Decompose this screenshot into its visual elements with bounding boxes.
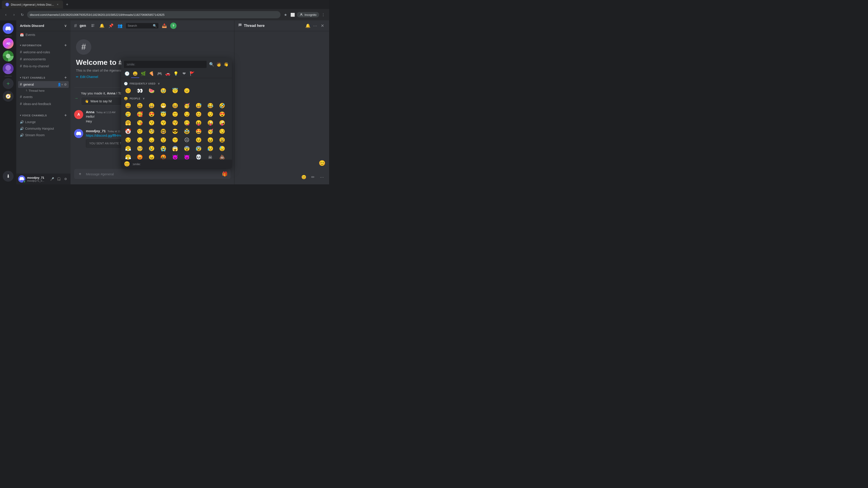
emoji-cell[interactable]: 🤬 [159,153,167,160]
user-settings-button[interactable]: ⚙ [62,176,69,182]
emoji-cell[interactable]: ☹ [183,136,191,144]
food-tab[interactable]: 🍕 [147,70,156,78]
emoji-cell[interactable]: 😇 [171,87,179,95]
browser-menu-button[interactable]: ⋮ [320,11,327,18]
deafen-button[interactable]: 🎧 [56,176,62,182]
emoji-cell[interactable]: 😨 [183,144,191,153]
server-icon-avatar-2[interactable] [3,63,13,74]
text-channels-section-header[interactable]: ▾ TEXT CHANNELS + [18,74,69,81]
events-item[interactable]: 📅 Events [16,31,70,38]
emoji-cell[interactable]: 🧐 [147,127,156,135]
emoji-cell[interactable]: 😰 [194,144,203,153]
emoji-cell[interactable]: 😩 [218,136,226,144]
emoji-cell[interactable]: 😗 [147,119,156,127]
emoji-cell[interactable]: 😇 [159,110,167,119]
inbox-button[interactable]: 📥 [161,23,167,29]
emoji-cell[interactable]: 😊 [194,110,203,119]
emoji-cell[interactable]: 💩 [218,153,226,160]
thread-close-button[interactable]: ✕ [319,23,326,29]
information-section-header[interactable]: ▾ INFORMATION + [18,42,69,48]
anna-avatar[interactable]: A [74,110,83,119]
emoji-cell[interactable]: 😄 [147,102,156,110]
emoji-cell[interactable]: 😝 [194,119,203,127]
emoji-cell[interactable]: 😆 [171,102,179,110]
channel-announcements[interactable]: # announcements [18,56,69,63]
emoji-cell[interactable]: 🥹 [159,87,167,95]
server-icon-avatar-1[interactable] [3,51,13,61]
emoji-cell[interactable]: 😢 [147,144,156,153]
emoji-cell[interactable]: 👀 [135,87,144,95]
emoji-cell[interactable]: 🤡 [124,127,132,135]
information-add-button[interactable]: + [64,43,67,48]
emoji-cell[interactable]: 🤗 [124,119,132,127]
emoji-cell[interactable]: 🤪 [218,119,226,127]
emoji-cell[interactable]: 😏 [218,127,226,135]
emoji-cell[interactable]: 😓 [218,144,226,153]
people-tab[interactable]: 😀 [131,70,139,78]
emoji-cell[interactable]: 😭 [159,144,167,153]
emoji-cell[interactable]: 🥲 [124,110,132,119]
pinned-messages-button[interactable]: 📌 [108,23,114,29]
nature-tab[interactable]: 🌿 [139,70,147,78]
emoji-cell[interactable]: 😖 [206,136,214,144]
emoji-cell[interactable]: 🤨 [135,127,144,135]
emoji-cell[interactable]: 😤 [124,153,132,160]
emoji-cell[interactable]: 🥳 [206,127,214,135]
add-member-icon[interactable]: 👤+ [57,83,63,86]
discord-home-button[interactable] [3,23,13,34]
incognito-button[interactable]: Incognito [297,12,319,18]
emoji-cell[interactable]: 😑 [183,87,191,95]
thread-more-options-button[interactable]: ⋯ [318,173,326,181]
emoji-cell[interactable]: 😎 [171,127,179,135]
emoji-cell[interactable]: 🤣 [218,102,226,110]
emoji-cell[interactable]: 😀 [124,102,132,110]
server-icon-artists[interactable]: AD [3,38,13,49]
emoji-cell[interactable]: 💀 [194,153,203,160]
emoji-cell[interactable]: 😚 [171,119,179,127]
channel-lounge[interactable]: 🔊 Lounge [18,119,69,125]
address-bar[interactable]: discord.com/channels/1182362010067935253… [27,11,281,18]
flags-tab[interactable]: 🚩 [188,70,196,78]
emoji-cell[interactable]: 😡 [135,153,144,160]
emoji-cell[interactable]: 😍 [218,110,226,119]
emoji-search-input[interactable] [124,61,207,68]
attach-button[interactable]: + [76,170,84,178]
channel-this-is-my-channel[interactable]: # this-is-my-channel [18,63,69,70]
frequently-used-chevron[interactable]: ∨ [158,82,160,85]
notifications-button[interactable]: 🔔 [99,23,105,29]
moodjoy-author[interactable]: moodjoy_71 [86,129,106,133]
server-header[interactable]: Artists Discord ∨ [16,20,70,31]
emoji-cell[interactable]: 😜 [206,119,214,127]
emoji-cell[interactable]: 😘 [135,119,144,127]
channel-welcome-and-rules[interactable]: # welcome-and-rules [18,49,69,56]
symbols-tab[interactable]: ❤ [180,70,188,78]
recently-used-tab[interactable]: 🕐 [123,70,131,78]
anna-author[interactable]: Anna [86,110,94,114]
emoji-cell[interactable]: 😅 [194,102,203,110]
emoji-cell[interactable]: 🥺 [135,144,144,153]
wave-emoji-header[interactable]: 👋 [223,61,229,68]
emoji-cell[interactable]: 😊 [124,87,132,95]
emoji-cell[interactable]: 🤩 [194,127,203,135]
user-avatar[interactable] [18,175,25,183]
edit-channel-button[interactable]: ✏ Edit Channel [76,75,98,78]
emoji-cell[interactable]: 🥰 [135,110,144,119]
thread-bell-button[interactable]: 🔔 [305,23,311,29]
activities-tab[interactable]: 🎮 [156,70,164,78]
people-chevron[interactable]: ∨ [143,97,145,100]
active-tab[interactable]: D Discord | #general | Artists Disc... × [2,0,63,8]
emoji-cell[interactable]: 😞 [147,136,156,144]
emoji-search-button[interactable]: 🔍 [209,61,215,68]
emoji-cell[interactable]: 😏 [183,110,191,119]
emoji-cell[interactable]: 🥸 [183,127,191,135]
threads-icon-button[interactable] [90,23,96,29]
explore-servers-button[interactable]: 🧭 [3,91,13,102]
bookmark-button[interactable]: ★ [282,11,289,18]
channel-stream-room[interactable]: 🔊 Stream Room [18,132,69,138]
emoji-cell[interactable]: 😂 [206,102,214,110]
emoji-cell[interactable]: 👿 [183,153,191,160]
travel-tab[interactable]: 🚗 [164,70,172,78]
thread-edit-button[interactable]: ✏ [309,173,316,181]
emoji-cell[interactable]: 😣 [194,136,203,144]
channel-events[interactable]: # events [18,94,69,100]
